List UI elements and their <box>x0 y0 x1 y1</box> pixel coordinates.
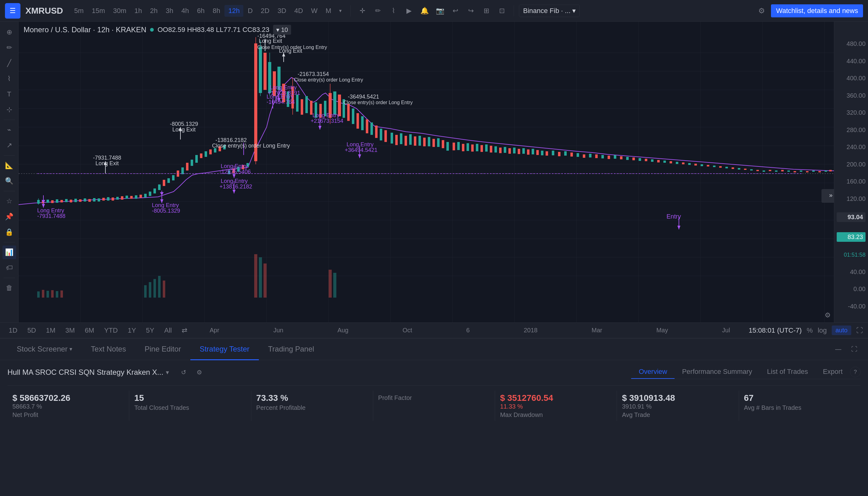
strat-tab-list-trades[interactable]: List of Trades <box>760 365 815 379</box>
svg-rect-184 <box>812 170 815 172</box>
tab-trading-panel[interactable]: Trading Panel <box>259 339 324 360</box>
period-1m[interactable]: 1M <box>42 325 59 336</box>
back-tool[interactable]: ↩ <box>449 4 462 18</box>
indicator-selector[interactable]: Binance Fib · ... ▾ <box>519 5 580 17</box>
lock-tool[interactable]: 🔒 <box>2 226 16 239</box>
svg-rect-174 <box>750 169 753 170</box>
period-ytd[interactable]: YTD <box>100 325 122 336</box>
tf-m[interactable]: M <box>322 5 335 17</box>
tf-3d[interactable]: 3D <box>274 5 290 17</box>
layout-tool[interactable]: ⊡ <box>495 4 509 18</box>
tf-12h[interactable]: 12h <box>224 5 243 17</box>
chart-settings-icon[interactable]: ⚙ <box>825 311 831 319</box>
price-neg40: -40.00 <box>837 303 866 310</box>
line-tool[interactable]: ╱ <box>2 57 16 70</box>
strategy-settings-icon[interactable]: ⚙ <box>193 366 205 378</box>
svg-rect-140 <box>541 151 543 155</box>
symbol-label[interactable]: XMRUSD <box>26 6 63 16</box>
auto-button[interactable]: auto <box>832 326 851 335</box>
forward-tool[interactable]: ↪ <box>464 4 478 18</box>
price-chart[interactable]: .candleG { fill: #26a69a; } .candleR { f… <box>19 22 834 322</box>
bar-replay-tool[interactable]: ▶ <box>402 4 416 18</box>
ruler-tool[interactable]: 📐 <box>2 159 16 172</box>
percent-button[interactable]: % <box>807 326 813 335</box>
fullscreen-button[interactable]: ⛶ <box>856 326 863 335</box>
period-1d[interactable]: 1D <box>5 325 21 336</box>
svg-rect-137 <box>527 150 529 155</box>
tf-4d[interactable]: 4D <box>291 5 307 17</box>
svg-rect-172 <box>738 168 740 170</box>
tf-2d[interactable]: 2D <box>257 5 273 17</box>
tf-6h[interactable]: 6h <box>193 5 208 17</box>
brush-tool[interactable]: ⌇ <box>2 72 16 86</box>
draw-tool[interactable]: ✏ <box>371 4 385 18</box>
svg-rect-119 <box>442 140 444 148</box>
price-320: 320.00 <box>837 109 866 116</box>
tf-w[interactable]: W <box>307 5 321 17</box>
tf-4h[interactable]: 4h <box>177 5 192 17</box>
tf-2h[interactable]: 2h <box>146 5 161 17</box>
metrics-row: $ 58663702.26 58663.7 % Net Profit 15 To… <box>7 385 861 421</box>
text-tool[interactable]: T <box>2 88 16 101</box>
tf-d[interactable]: D <box>244 5 257 17</box>
tab-text-notes[interactable]: Text Notes <box>81 339 135 360</box>
svg-rect-124 <box>467 143 469 151</box>
fib-tool[interactable]: ⌇ <box>387 4 400 18</box>
zoom-in-tool[interactable]: 🔍 <box>2 174 16 188</box>
alert-pin-tool[interactable]: 🏷 <box>2 261 16 275</box>
period-3m[interactable]: 3M <box>62 325 79 336</box>
tf-more-icon[interactable]: ▾ <box>336 6 345 16</box>
tab-pine-editor[interactable]: Pine Editor <box>135 339 190 360</box>
period-all[interactable]: All <box>160 325 175 336</box>
crosshair-tool[interactable]: ✛ <box>356 4 369 18</box>
alerts-tool[interactable]: 🔔 <box>418 4 431 18</box>
price-40: 40.00 <box>837 268 866 276</box>
tf-5m[interactable]: 5m <box>71 5 88 17</box>
metric-total-trades-label: Total Closed Trades <box>134 404 246 412</box>
main-chart[interactable]: Monero / U.S. Dollar · 12h · KRAKEN OO82… <box>19 22 834 322</box>
strategy-dropdown-icon[interactable]: ▾ <box>166 369 169 376</box>
compare-button[interactable]: ⇄ <box>178 325 191 336</box>
tf-8h[interactable]: 8h <box>209 5 224 17</box>
svg-rect-118 <box>437 138 439 147</box>
tab-stock-screener[interactable]: Stock Screener ▾ <box>7 339 81 360</box>
indicator-tool[interactable]: 📊 <box>2 246 16 259</box>
tab-strategy-tester[interactable]: Strategy Tester <box>190 339 259 360</box>
svg-rect-51 <box>144 194 146 198</box>
strat-tab-export[interactable]: Export <box>815 365 850 379</box>
cursor-tool[interactable]: ⊕ <box>2 26 16 39</box>
table-tool[interactable]: ⊞ <box>480 4 493 18</box>
period-5d[interactable]: 5D <box>24 325 40 336</box>
log-button[interactable]: log <box>818 326 827 335</box>
svg-rect-144 <box>564 151 567 156</box>
strategy-refresh-icon[interactable]: ↺ <box>177 366 190 378</box>
screenshot-tool[interactable]: 📷 <box>433 4 447 18</box>
arrow-tool[interactable]: ↗ <box>2 139 16 152</box>
brush2-tool[interactable]: ⌁ <box>2 123 16 137</box>
tf-3h[interactable]: 3h <box>162 5 177 17</box>
tf-1h[interactable]: 1h <box>131 5 146 17</box>
pin-tool[interactable]: 📌 <box>2 210 16 223</box>
strat-tab-perf-summary[interactable]: Performance Summary <box>675 365 760 379</box>
svg-rect-56 <box>167 178 170 183</box>
watchlist-button[interactable]: Watchlist, details and news <box>771 4 863 17</box>
expand-button[interactable]: ⛶ <box>848 343 861 356</box>
pencil-tool[interactable]: ✏ <box>2 41 16 55</box>
watchlist-star[interactable]: ☆ <box>2 195 16 208</box>
strat-tab-overview[interactable]: Overview <box>631 365 675 379</box>
delete-tool[interactable]: 🗑 <box>2 281 16 295</box>
node-tool[interactable]: ⊹ <box>2 103 16 117</box>
strategy-help-icon[interactable]: ? <box>850 367 861 377</box>
minimize-button[interactable]: — <box>832 343 844 356</box>
period-6m[interactable]: 6M <box>81 325 98 336</box>
tf-15m[interactable]: 15m <box>88 5 109 17</box>
svg-text:Long Entry: Long Entry <box>37 207 64 214</box>
period-5y[interactable]: 5Y <box>142 325 158 336</box>
svg-rect-136 <box>522 148 525 154</box>
menu-button[interactable]: ☰ <box>5 3 20 19</box>
settings-button[interactable]: ⚙ <box>755 4 769 18</box>
svg-rect-52 <box>149 191 151 196</box>
close-price: C <box>243 26 247 33</box>
period-1y[interactable]: 1Y <box>124 325 140 336</box>
tf-30m[interactable]: 30m <box>109 5 130 17</box>
